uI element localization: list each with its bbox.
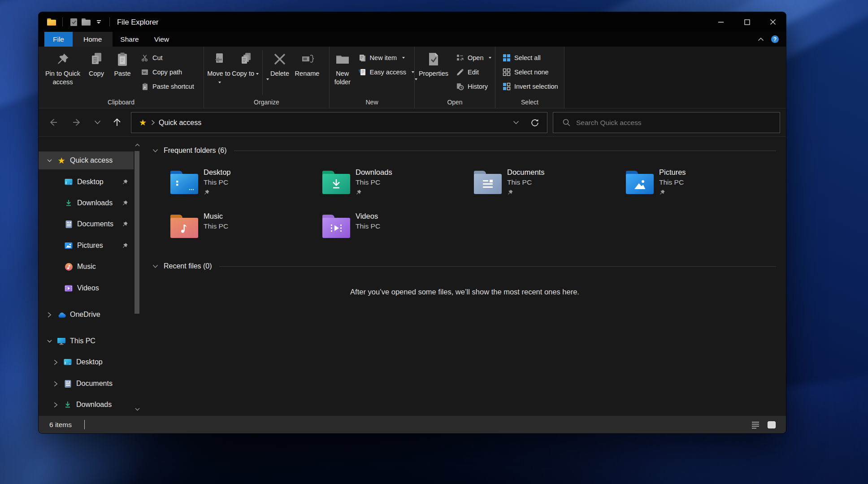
pin-icon (122, 221, 128, 227)
breadcrumb-location[interactable]: Quick access (159, 119, 201, 127)
pin-icon (204, 187, 231, 197)
title-bar[interactable]: File Explorer (39, 12, 786, 32)
chevron-down-icon[interactable] (46, 157, 52, 164)
tab-home[interactable]: Home (73, 32, 113, 47)
copy-to-button[interactable]: Copy to (232, 47, 259, 78)
search-box[interactable] (553, 112, 780, 133)
select-none-button[interactable]: Select none (503, 65, 558, 78)
tile-name: Downloads (356, 167, 392, 177)
history-button[interactable]: History (456, 80, 491, 93)
this-pc-icon (57, 337, 66, 346)
sidebar-item-onedrive[interactable]: OneDrive (39, 306, 134, 324)
tab-view[interactable]: View (147, 32, 177, 47)
new-item-button[interactable]: New item (358, 51, 414, 64)
folder-tile-pictures[interactable]: Pictures This PC (626, 167, 774, 197)
music-icon (64, 262, 73, 271)
scrollbar-thumb[interactable] (135, 151, 139, 314)
new-folder-shortcut-icon[interactable] (81, 17, 91, 27)
chevron-right-icon[interactable] (52, 402, 59, 408)
large-icons-view-button[interactable] (766, 419, 777, 430)
minimize-button[interactable] (708, 12, 734, 32)
tab-share[interactable]: Share (113, 32, 146, 47)
pin-icon (122, 179, 128, 185)
folder-tile-videos[interactable]: Videos This PC (322, 211, 470, 238)
pin-icon (659, 187, 686, 197)
tab-file[interactable]: File (44, 32, 73, 47)
cut-button[interactable]: Cut (141, 51, 194, 64)
paste-shortcut-button[interactable]: Paste shortcut (141, 80, 194, 93)
new-folder-button[interactable]: New folder (331, 47, 354, 86)
sidebar-item-pc-downloads[interactable]: Downloads (39, 396, 134, 414)
back-button[interactable] (47, 116, 60, 129)
pin-to-quick-access-button[interactable]: Pin to Quick access (42, 47, 83, 86)
chevron-right-icon[interactable] (52, 380, 59, 387)
sidebar-item-downloads[interactable]: Downloads (39, 194, 134, 212)
sidebar-item-music[interactable]: Music (39, 258, 134, 276)
sidebar-scrollbar[interactable] (134, 137, 141, 416)
edit-button[interactable]: Edit (456, 65, 491, 78)
sidebar-item-desktop[interactable]: Desktop (39, 173, 134, 191)
chevron-right-icon[interactable] (52, 359, 59, 365)
delete-button[interactable]: Delete (266, 47, 293, 80)
scroll-down-icon[interactable] (134, 406, 141, 413)
folder-tile-documents[interactable]: Documents This PC (474, 167, 622, 197)
sidebar-item-pc-documents[interactable]: Documents (39, 375, 134, 393)
new-folder-icon (335, 50, 350, 69)
pin-icon (122, 242, 128, 249)
paste-icon (116, 50, 129, 69)
folder-tile-desktop[interactable]: Desktop This PC (170, 167, 318, 197)
qat-dropdown-icon[interactable] (94, 17, 104, 27)
open-button[interactable]: Open (456, 51, 491, 64)
chevron-down-icon[interactable] (46, 338, 52, 344)
help-icon[interactable]: ? (771, 35, 779, 43)
close-button[interactable] (760, 12, 786, 32)
folder-tile-music[interactable]: Music This PC (170, 211, 318, 238)
refresh-icon[interactable] (530, 118, 540, 128)
properties-shortcut-icon[interactable] (69, 17, 78, 27)
paste-button[interactable]: Paste (109, 47, 135, 78)
scroll-up-icon[interactable] (134, 141, 141, 148)
maximize-button[interactable] (734, 12, 760, 32)
downloads-icon (64, 199, 73, 207)
folder-tile-downloads[interactable]: Downloads This PC (322, 167, 470, 197)
forward-button[interactable] (70, 116, 83, 129)
sidebar-item-documents[interactable]: Documents (39, 215, 134, 233)
dropdown-caret-icon (412, 71, 414, 73)
dropdown-caret-icon (266, 78, 269, 80)
tile-location: This PC (507, 177, 544, 187)
ribbon-group-new: New folder New item Easy acces (330, 47, 415, 108)
invert-selection-button[interactable]: Invert selection (503, 80, 558, 93)
sidebar-item-quick-access[interactable]: ★ Quick access (39, 151, 134, 169)
tile-location: This PC (659, 177, 686, 187)
sidebar-item-this-pc[interactable]: This PC (39, 332, 134, 350)
copy-path-button[interactable]: Copy path (141, 65, 194, 78)
ribbon-group-organize: Move to Copy to Delete (204, 47, 330, 108)
minimize-ribbon-icon[interactable] (758, 37, 764, 41)
address-dropdown-icon[interactable] (513, 121, 519, 125)
sidebar-item-videos[interactable]: Videos (39, 279, 134, 297)
up-button[interactable] (110, 116, 124, 129)
copy-path-icon (141, 68, 149, 76)
properties-button[interactable]: Properties (415, 47, 452, 80)
collapse-chevron-icon[interactable] (152, 264, 158, 268)
move-to-button[interactable]: Move to (206, 47, 232, 86)
sidebar-item-pc-desktop[interactable]: Desktop (39, 353, 134, 371)
rename-button[interactable]: Rename (293, 47, 321, 78)
recent-locations-dropdown-icon[interactable] (91, 116, 104, 129)
tile-name: Desktop (204, 167, 231, 177)
tile-name: Videos (356, 211, 380, 221)
select-all-button[interactable]: Select all (503, 51, 558, 64)
copy-button[interactable]: Copy (83, 47, 109, 78)
frequent-folders-header[interactable]: Frequent folders (6) (152, 147, 776, 155)
breadcrumb-chevron-icon[interactable] (151, 120, 155, 125)
sidebar-item-pictures[interactable]: Pictures (39, 237, 134, 255)
chevron-right-icon[interactable] (46, 311, 52, 318)
recent-files-header[interactable]: Recent files (0) (152, 262, 776, 270)
search-input[interactable] (575, 118, 780, 127)
details-view-button[interactable] (750, 419, 761, 430)
address-bar[interactable]: ★ Quick access (131, 112, 547, 133)
collapse-chevron-icon[interactable] (152, 149, 158, 153)
search-icon (562, 118, 571, 127)
easy-access-button[interactable]: Easy access (358, 65, 414, 78)
quick-access-star-icon: ★ (57, 156, 66, 165)
